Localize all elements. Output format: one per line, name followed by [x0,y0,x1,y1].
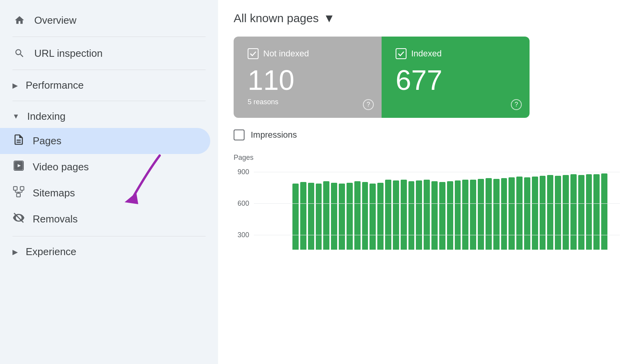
indexed-title: Indexed [411,49,442,59]
sidebar-experience-label: Experience [26,246,76,258]
grid-rule-300 [254,235,620,235]
impressions-label: Impressions [251,130,297,140]
pages-dropdown[interactable]: All known pages ▼ [234,12,607,25]
indexed-header: Indexed [396,48,516,59]
removals-icon [12,212,25,227]
indexing-arrow-icon: ▼ [12,112,19,121]
sidebar-item-url-inspection[interactable]: URL inspection [0,41,210,66]
pages-icon [12,133,25,149]
svg-rect-3 [17,193,20,197]
chart-area: Pages 900 600 300 [234,150,607,250]
divider-4 [12,236,206,236]
main-content: All known pages ▼ Not indexed 110 5 reas… [218,0,623,364]
search-icon [12,46,26,60]
dropdown-label: All known pages [234,12,319,25]
video-pages-icon [12,159,25,175]
grid-line-300: 300 [234,231,620,239]
sidebar-item-sitemaps[interactable]: Sitemaps [0,180,210,206]
sidebar-section-indexing[interactable]: ▼ Indexing [0,105,218,128]
sidebar-performance-label: Performance [26,79,84,91]
grid-rule-600 [254,203,620,204]
svg-rect-2 [20,187,24,190]
indexed-card[interactable]: Indexed 677 ? [382,37,530,118]
sidebar-item-video-pages[interactable]: Video pages [0,154,210,180]
experience-arrow-icon: ▶ [12,248,18,256]
sitemaps-icon [12,186,25,201]
not-indexed-subtitle: 5 reasons [248,98,368,106]
grid-value-900: 900 [234,168,249,176]
sidebar-url-inspection-label: URL inspection [34,47,102,60]
stats-cards: Not indexed 110 5 reasons ? Indexed 677 … [234,37,530,118]
dropdown-arrow-icon: ▼ [323,12,335,25]
sidebar-overview-label: Overview [34,14,76,26]
grid-rule-900 [254,172,620,172]
indexed-help-icon[interactable]: ? [511,99,522,110]
not-indexed-count: 110 [248,66,368,94]
sidebar-item-experience[interactable]: ▶ Experience [0,240,218,263]
divider-3 [12,101,206,101]
svg-rect-1 [14,187,17,190]
divider-2 [12,70,206,70]
grid-value-600: 600 [234,200,249,208]
sidebar-sitemaps-label: Sitemaps [33,187,75,199]
sidebar-item-pages[interactable]: Pages [0,128,210,154]
sidebar-pages-label: Pages [33,135,62,147]
not-indexed-header: Not indexed [248,48,368,59]
grid-line-900: 900 [234,168,620,176]
indexed-count: 677 [396,66,516,94]
not-indexed-checkbox [248,48,259,59]
sidebar-item-removals[interactable]: Removals [0,206,210,232]
home-icon [12,13,26,27]
not-indexed-title: Not indexed [263,49,309,59]
impressions-row: Impressions [234,130,607,140]
sidebar: Overview URL inspection ▶ Performance ▼ … [0,0,218,271]
chart-y-axis-label: Pages [234,154,607,162]
performance-arrow-icon: ▶ [12,81,18,90]
sidebar-item-overview[interactable]: Overview [0,8,210,33]
divider-1 [12,37,206,37]
sidebar-removals-label: Removals [33,213,78,225]
grid-value-300: 300 [234,231,249,239]
impressions-checkbox[interactable] [234,130,245,140]
sidebar-video-pages-label: Video pages [33,161,89,173]
grid-line-600: 600 [234,200,620,208]
sidebar-item-performance[interactable]: ▶ Performance [0,74,218,97]
not-indexed-help-icon[interactable]: ? [363,99,374,110]
sidebar-indexing-label: Indexing [27,110,65,122]
indexed-checkbox [396,48,407,59]
not-indexed-card[interactable]: Not indexed 110 5 reasons ? [234,37,382,118]
